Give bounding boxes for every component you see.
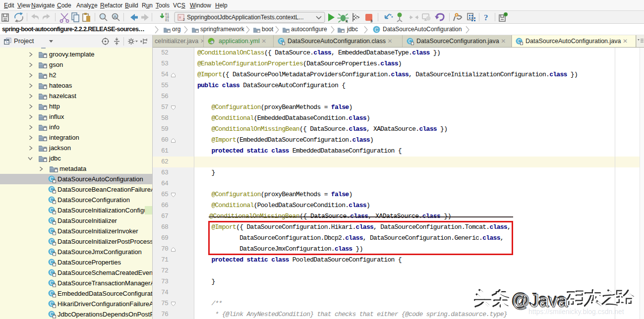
svg-text:?: ?	[484, 13, 488, 22]
svg-text:01: 01	[165, 19, 169, 22]
svg-text:2: 2	[183, 18, 185, 21]
svg-text:SppringbootJdbcApplicationTest: SppringbootJdbcApplicationTests.contextL…	[187, 14, 303, 21]
svg-text:≡: ≡	[179, 15, 181, 20]
svg-text:C: C	[375, 27, 378, 33]
svg-text:2: 2	[346, 19, 348, 23]
svg-text:3: 3	[370, 19, 373, 23]
svg-text:A: A	[114, 14, 117, 19]
